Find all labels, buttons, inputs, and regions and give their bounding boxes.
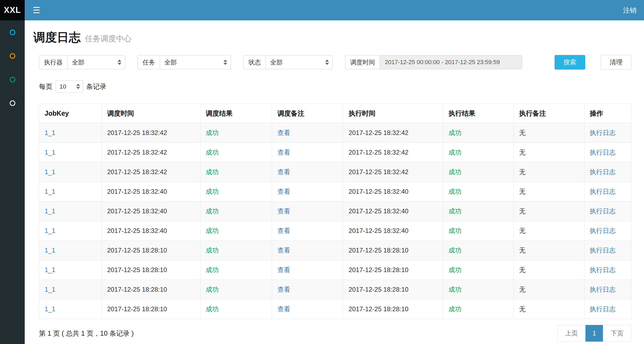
handle-msg-cell: 无	[519, 227, 526, 234]
handle-time-cell: 2017-12-25 18:32:40	[349, 188, 408, 195]
pagination-prev-button[interactable]: 上页	[557, 325, 586, 342]
exec-log-link[interactable]: 执行日志	[590, 129, 616, 136]
page-size-select[interactable]: 10	[56, 80, 83, 93]
trigger-msg-view-link[interactable]: 查看	[277, 207, 290, 215]
sidebar-toggle-button[interactable]: ☰	[25, 0, 48, 20]
sidebar-item-1[interactable]	[0, 20, 25, 44]
app-logo[interactable]: XXL	[0, 0, 25, 20]
jobkey-link[interactable]: 1_1	[45, 227, 55, 234]
handle-time-cell: 2017-12-25 18:32:42	[349, 168, 408, 175]
jobkey-link[interactable]: 1_1	[45, 168, 55, 175]
content-body: 执行器 全部 任务 全部 状态 全部	[25, 55, 644, 342]
clear-log-button[interactable]: 清理	[601, 55, 631, 69]
logout-link[interactable]: 注销	[623, 6, 636, 15]
content-wrapper: 调度日志 任务调度中心 执行器 全部 任务 全部 状态	[25, 0, 644, 342]
exec-log-link[interactable]: 执行日志	[590, 188, 616, 195]
jobkey-link[interactable]: 1_1	[45, 149, 55, 156]
handle-time-cell: 2017-12-25 18:32:42	[349, 149, 408, 156]
trigger-msg-view-link[interactable]: 查看	[277, 227, 290, 234]
table-row: 1_1 2017-12-25 18:32:42 成功 查看 2017-12-25…	[39, 123, 632, 143]
page-size-row: 每页 10 条记录	[39, 80, 631, 93]
col-header-handle-msg: 执行备注	[514, 104, 584, 123]
handle-result-cell: 成功	[448, 266, 461, 273]
exec-log-link[interactable]: 执行日志	[590, 305, 616, 313]
handle-msg-cell: 无	[519, 207, 526, 215]
table-row: 1_1 2017-12-25 18:32:42 成功 查看 2017-12-25…	[39, 143, 632, 162]
trigger-msg-view-link[interactable]: 查看	[277, 247, 290, 254]
pagination-next-button[interactable]: 下页	[603, 325, 631, 342]
status-filter-label: 状态	[243, 55, 266, 69]
pagination-page-1-button[interactable]: 1	[585, 325, 603, 342]
trigger-msg-view-link[interactable]: 查看	[277, 188, 290, 195]
handle-msg-cell: 无	[519, 247, 526, 254]
jobkey-link[interactable]: 1_1	[45, 266, 55, 273]
trigger-result-cell: 成功	[206, 129, 219, 136]
exec-log-link[interactable]: 执行日志	[590, 149, 616, 156]
status-filter-group: 状态 全部	[243, 55, 333, 69]
page-title: 调度日志 任务调度中心	[33, 30, 631, 45]
trigger-result-cell: 成功	[206, 227, 219, 234]
exec-log-link[interactable]: 执行日志	[590, 286, 616, 293]
trigger-msg-view-link[interactable]: 查看	[277, 305, 290, 313]
executor-select[interactable]: 全部	[67, 55, 125, 69]
sidebar-item-3[interactable]	[0, 68, 25, 91]
sidebar-item-4[interactable]	[0, 91, 25, 115]
trigger-msg-view-link[interactable]: 查看	[277, 168, 290, 175]
handle-result-cell: 成功	[448, 305, 461, 313]
status-select[interactable]: 全部	[266, 55, 333, 69]
trigger-msg-view-link[interactable]: 查看	[277, 129, 290, 136]
trigger-result-cell: 成功	[206, 305, 219, 313]
log-table-head: JobKey 调度时间 调度结果 调度备注 执行时间 执行结果 执行备注 操作	[39, 104, 632, 123]
handle-result-cell: 成功	[448, 286, 461, 293]
exec-log-link[interactable]: 执行日志	[590, 227, 616, 234]
page-size-prefix-label: 每页	[39, 82, 52, 91]
col-header-handle-time: 执行时间	[343, 104, 443, 123]
trigger-msg-view-link[interactable]: 查看	[277, 286, 290, 293]
exec-log-link[interactable]: 执行日志	[590, 207, 616, 215]
jobkey-link[interactable]: 1_1	[45, 207, 55, 215]
trigger-time-cell: 2017-12-25 18:32:40	[107, 227, 167, 234]
log-table: JobKey 调度时间 调度结果 调度备注 执行时间 执行结果 执行备注 操作 …	[39, 103, 632, 319]
trigger-msg-view-link[interactable]: 查看	[277, 149, 290, 156]
exec-log-link[interactable]: 执行日志	[590, 247, 616, 254]
job-filter-label: 任务	[138, 55, 160, 69]
trigger-time-cell: 2017-12-25 18:32:40	[107, 207, 167, 215]
jobkey-link[interactable]: 1_1	[45, 305, 55, 313]
handle-time-cell: 2017-12-25 18:32:40	[349, 207, 408, 215]
trigger-result-cell: 成功	[206, 149, 219, 156]
trigger-result-cell: 成功	[206, 266, 219, 273]
sidebar	[0, 20, 25, 344]
trigger-time-range-input[interactable]	[380, 55, 522, 69]
hamburger-icon: ☰	[33, 5, 40, 15]
jobkey-link[interactable]: 1_1	[45, 247, 55, 254]
jobkey-link[interactable]: 1_1	[45, 129, 55, 136]
table-row: 1_1 2017-12-25 18:28:10 成功 查看 2017-12-25…	[39, 299, 632, 319]
trigger-time-filter-group: 调度时间	[345, 55, 522, 69]
trigger-time-cell: 2017-12-25 18:28:10	[107, 286, 167, 293]
handle-result-cell: 成功	[448, 247, 461, 254]
handle-result-cell: 成功	[448, 227, 461, 234]
jobkey-link[interactable]: 1_1	[45, 188, 55, 195]
handle-result-cell: 成功	[448, 188, 461, 195]
job-select[interactable]: 全部	[160, 55, 231, 69]
exec-log-link[interactable]: 执行日志	[590, 168, 616, 175]
exec-log-link[interactable]: 执行日志	[590, 266, 616, 273]
jobkey-link[interactable]: 1_1	[45, 286, 55, 293]
handle-msg-cell: 无	[519, 266, 526, 273]
executor-filter-label: 执行器	[39, 55, 68, 69]
trigger-result-cell: 成功	[206, 207, 219, 215]
table-footer: 第 1 页 ( 总共 1 页，10 条记录 ) 上页 1 下页	[39, 325, 631, 342]
sidebar-item-2[interactable]	[0, 44, 25, 68]
handle-result-cell: 成功	[448, 207, 461, 215]
search-button[interactable]: 搜索	[555, 55, 585, 69]
handle-msg-cell: 无	[519, 149, 526, 156]
trigger-msg-view-link[interactable]: 查看	[277, 266, 290, 273]
trigger-time-cell: 2017-12-25 18:32:42	[107, 129, 167, 136]
top-navbar: XXL ☰ 注销	[0, 0, 644, 20]
pagination: 上页 1 下页	[557, 325, 631, 342]
table-row: 1_1 2017-12-25 18:32:40 成功 查看 2017-12-25…	[39, 182, 632, 202]
trigger-result-cell: 成功	[206, 247, 219, 254]
trigger-result-cell: 成功	[206, 286, 219, 293]
table-row: 1_1 2017-12-25 18:28:10 成功 查看 2017-12-25…	[39, 280, 632, 299]
log-table-body: 1_1 2017-12-25 18:32:42 成功 查看 2017-12-25…	[39, 123, 632, 319]
